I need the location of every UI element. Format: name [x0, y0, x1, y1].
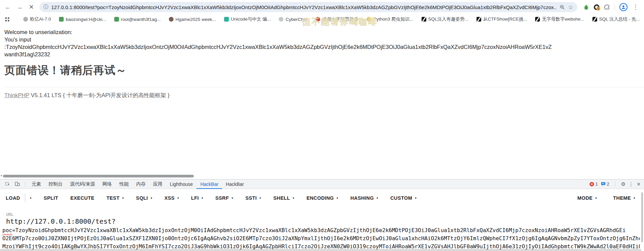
- hackbar-right-buttons: MODE ▾ THEME ▾: [577, 195, 635, 201]
- lfi-button[interactable]: LFI ▾: [191, 195, 203, 201]
- tab-lighthouse[interactable]: Lighthouse: [166, 179, 197, 189]
- favicon: [279, 17, 283, 22]
- welcome-text: Welcome to unserialization:: [4, 28, 644, 36]
- button-label: LOAD: [6, 195, 20, 201]
- bookmark-item[interactable]: baozongwi:H@cki...: [59, 17, 106, 22]
- poc-payload-input[interactable]: poc=TzoyNzoidGhpbmtccHJvY2Vzc1xwaXBlc1xX…: [2, 226, 640, 251]
- favicon: [535, 17, 540, 22]
- tab-application[interactable]: 应用: [149, 179, 166, 189]
- poc-line-text: =TzoyNzoidGhpbmtccHJvY2Vzc1xwaXBlc1xXaW5…: [12, 227, 626, 233]
- stop-icon[interactable]: ✕: [28, 3, 35, 11]
- devtools-panel: 元素 控制台 源代码/来源 网络 性能 内存 应用 Lighthouse Hac…: [0, 179, 644, 251]
- omnibox[interactable]: ⓘ 127.0.0.1:8000/test?poc=TzoyNzoidGhpbm…: [39, 2, 577, 12]
- hackbar-bottom-divider: [0, 250, 641, 250]
- notification-extension-icon[interactable]: 1: [594, 4, 600, 10]
- bookmark-label: root@wanth3f1ag...: [121, 17, 161, 22]
- bookmark-item[interactable]: 欧亿Ai-7.0: [23, 16, 51, 22]
- load-button[interactable]: LOAD ▾: [6, 194, 32, 202]
- mode-button[interactable]: MODE ▾: [577, 195, 597, 201]
- issues-badge-icon[interactable]: [601, 182, 606, 186]
- tab-network[interactable]: 网络: [99, 179, 116, 189]
- chevron-down-icon: ▾: [337, 196, 338, 200]
- settings-gear-icon[interactable]: ⚙: [621, 181, 625, 187]
- button-label: SQLI: [136, 195, 148, 201]
- error-title: 页面错误！请稍后再试～: [4, 63, 644, 78]
- tab-hackbar[interactable]: HackBar: [196, 179, 222, 189]
- scrollbar-left-arrow-icon[interactable]: ◂: [0, 174, 2, 177]
- chevron-down-icon[interactable]: ▾: [30, 196, 32, 200]
- xss-button[interactable]: XSS ▾: [164, 195, 179, 201]
- hashing-button[interactable]: HASHING ▾: [350, 195, 378, 201]
- tab-performance[interactable]: 性能: [116, 179, 132, 189]
- extensions-puzzle-icon[interactable]: [604, 4, 610, 10]
- apps-grid-icon[interactable]: [5, 17, 10, 22]
- toolbar-separator: [615, 4, 615, 10]
- tab-hackbar-2[interactable]: HackBar: [222, 179, 248, 189]
- forward-icon[interactable]: →: [16, 4, 23, 11]
- thinkphp-link[interactable]: ThinkPHP: [4, 92, 29, 98]
- bookmark-item[interactable]: Unicode与中文 编...: [224, 16, 271, 22]
- chevron-down-icon: ▾: [293, 196, 294, 200]
- shell-button[interactable]: SHELL ▾: [273, 195, 294, 201]
- button-label: SPLIT: [44, 195, 58, 201]
- bookmark-item[interactable]: 成都大学智慧教务: [315, 16, 359, 22]
- devtools-status-area: 1 2 ⚙ ⋮ ✕: [589, 181, 644, 187]
- bookmark-label: 从CTFShow[RCE挑...: [483, 16, 527, 22]
- hackbar-toolbar: LOAD ▾ SPLIT EXECUTE TEST ▾ SQLI ▾ XSS ▾…: [6, 194, 635, 202]
- chevron-down-icon: ▾: [376, 196, 378, 200]
- execute-button[interactable]: EXECUTE: [70, 195, 94, 201]
- favicon: [224, 17, 229, 22]
- bookmark-star-icon[interactable]: ☆: [568, 4, 573, 11]
- bookmark-item[interactable]: SQL注入有趣姿势...: [422, 16, 468, 22]
- bookmark-item[interactable]: 无字母数字webshe...: [535, 16, 584, 22]
- ssrf-button[interactable]: SSRF ▾: [215, 195, 233, 201]
- bookmark-label: Hgame2025 week...: [176, 17, 216, 22]
- favicon: [114, 17, 119, 22]
- inspect-icon[interactable]: [5, 181, 10, 187]
- ssti-button[interactable]: SSTI ▾: [245, 195, 261, 201]
- bug-extension-icon[interactable]: [583, 4, 589, 10]
- split-button[interactable]: SPLIT: [44, 195, 58, 201]
- bookmark-item[interactable]: Hgame2025 week...: [169, 17, 216, 22]
- theme-button[interactable]: THEME ▾: [613, 195, 635, 201]
- poc-line: O2E6MTp7czo0OiJ0ZXN0IjtPOjEzOiJ0aGlua1xS…: [2, 234, 640, 243]
- site-info-icon[interactable]: ⓘ: [43, 4, 48, 10]
- test-button[interactable]: TEST ▾: [106, 195, 124, 201]
- device-toolbar-icon[interactable]: [14, 181, 20, 187]
- devtools-close-icon[interactable]: ✕: [637, 182, 641, 187]
- back-icon[interactable]: ←: [4, 4, 11, 11]
- bookmark-item[interactable]: CyberChef: [279, 17, 307, 22]
- tab-elements[interactable]: 元素: [28, 179, 45, 189]
- bookmark-label: 欧亿Ai-7.0: [30, 16, 51, 22]
- button-label: ENCODING: [306, 195, 334, 201]
- zoom-indicator-icon[interactable]: [559, 4, 565, 10]
- url-field-value[interactable]: http://127.0.0.1:8000/test?: [6, 217, 116, 225]
- button-label: THEME: [613, 195, 631, 201]
- url-text[interactable]: 127.0.0.1:8000/test?poc=TzoyNzoidGhpbmtc…: [51, 4, 556, 10]
- tab-sources[interactable]: 源代码/来源: [66, 179, 99, 189]
- button-label: EXECUTE: [70, 195, 94, 201]
- encoding-button[interactable]: ENCODING ▾: [306, 195, 338, 201]
- tab-console[interactable]: 控制台: [45, 179, 66, 189]
- bookmark-item[interactable]: 从CTFShow[RCE挑...: [477, 16, 527, 22]
- page-content: Welcome to unserialization: You's input …: [0, 24, 644, 179]
- bookmark-item[interactable]: SQL 注入总结 - 先...: [592, 16, 640, 22]
- bookmarks-bar: 欧亿Ai-7.0 baozongwi:H@cki... root@wanth3f…: [0, 14, 644, 24]
- tab-memory[interactable]: 内存: [132, 179, 149, 189]
- devtools-menu-kebab-icon[interactable]: ⋮: [628, 181, 634, 187]
- profile-avatar[interactable]: [619, 3, 627, 11]
- chevron-down-icon: ▾: [415, 196, 417, 200]
- sqli-button[interactable]: SQLI ▾: [136, 195, 152, 201]
- flag-text: wanth3f1ag\23232: [4, 51, 644, 58]
- chevron-down-icon: ▾: [122, 196, 124, 200]
- chevron-down-icon: ▾: [151, 196, 152, 200]
- error-badge-icon[interactable]: [589, 182, 594, 187]
- bookmark-item[interactable]: root@wanth3f1ag...: [114, 17, 161, 22]
- devtools-vertical-scrollbar[interactable]: [641, 192, 643, 242]
- button-label: SHELL: [273, 195, 290, 201]
- browser-menu-kebab-icon[interactable]: ⋮: [632, 3, 639, 11]
- bookmark-item[interactable]: Python3 爬虫知识...: [367, 16, 413, 22]
- custom-button[interactable]: CUSTOM ▾: [390, 195, 417, 201]
- horizontal-scrollbar[interactable]: [3, 175, 194, 177]
- poc-param-name: poc: [2, 227, 12, 233]
